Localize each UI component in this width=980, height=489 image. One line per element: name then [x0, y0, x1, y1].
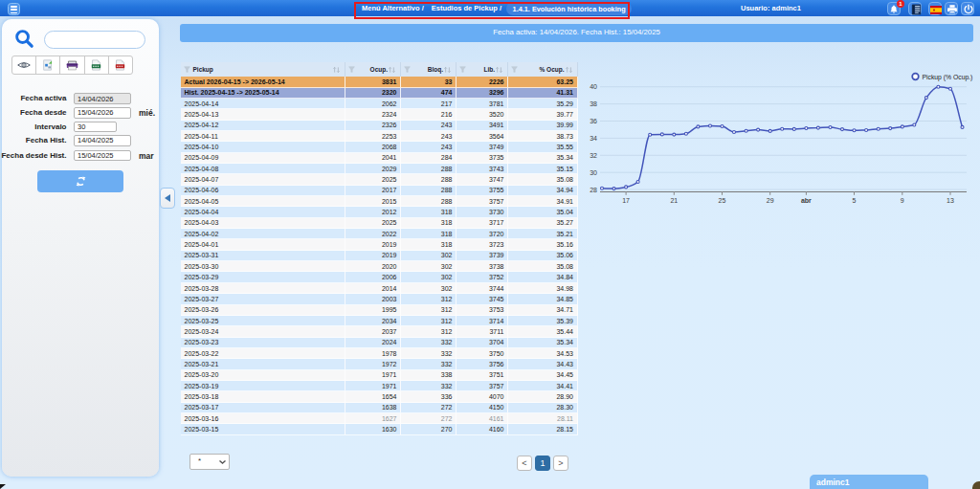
svg-text:36: 36	[590, 118, 597, 124]
svg-text:21: 21	[670, 197, 678, 204]
svg-text:Pickup (% Ocup.): Pickup (% Ocup.)	[923, 74, 973, 81]
svg-text:34: 34	[590, 135, 597, 142]
svg-text:abr: abr	[801, 197, 812, 204]
svg-text:9: 9	[901, 197, 904, 204]
svg-text:28: 28	[590, 187, 597, 193]
svg-text:32: 32	[590, 152, 597, 159]
svg-text:29: 29	[767, 197, 774, 204]
svg-text:30: 30	[590, 169, 597, 176]
svg-text:5: 5	[853, 197, 857, 204]
svg-text:25: 25	[719, 197, 726, 204]
svg-text:38: 38	[590, 100, 597, 107]
svg-text:17: 17	[622, 197, 630, 204]
svg-text:13: 13	[947, 197, 954, 204]
svg-text:40: 40	[590, 83, 597, 90]
